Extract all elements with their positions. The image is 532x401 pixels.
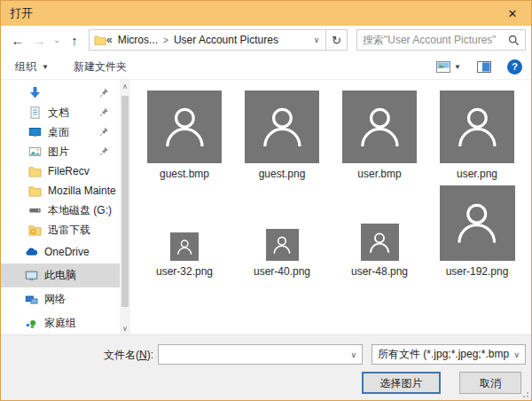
filename-label-pre: 文件名( bbox=[104, 349, 139, 361]
sidebar-item-label: 本地磁盘 (G:) bbox=[48, 203, 112, 218]
search-box[interactable]: 搜索"User Account Pictures" bbox=[356, 29, 526, 51]
breadcrumb-overflow[interactable]: « bbox=[106, 34, 113, 46]
change-view-button[interactable]: ▼ bbox=[436, 61, 461, 73]
onedrive-icon bbox=[25, 246, 38, 258]
help-button[interactable]: ? bbox=[507, 59, 522, 75]
folder-icon bbox=[94, 35, 106, 45]
sidebar-item-this-pc[interactable]: 此电脑 bbox=[1, 263, 120, 287]
file-name: user.bmp bbox=[357, 168, 401, 180]
sidebar-item-label: Mozilla Mainte bbox=[48, 185, 116, 197]
user-silhouette-icon bbox=[354, 98, 406, 155]
resize-grip[interactable] bbox=[521, 390, 528, 397]
cancel-button[interactable]: 取消 bbox=[459, 372, 521, 394]
folder-icon bbox=[28, 185, 42, 197]
back-button[interactable]: ← bbox=[8, 33, 27, 48]
network-icon bbox=[25, 294, 38, 306]
folder-icon bbox=[28, 165, 42, 177]
file-tile[interactable]: user.bmp bbox=[331, 90, 428, 180]
close-button[interactable]: ✕ bbox=[494, 1, 531, 26]
user-silhouette-icon bbox=[450, 193, 504, 252]
breadcrumb-current[interactable]: User Account Pictures bbox=[174, 34, 278, 46]
file-name: user-48.png bbox=[351, 265, 408, 278]
preview-pane-button[interactable] bbox=[477, 61, 491, 73]
file-tile[interactable]: user-40.png bbox=[233, 185, 331, 278]
forward-button[interactable]: → bbox=[29, 33, 49, 48]
file-tile[interactable]: guest.bmp bbox=[136, 90, 233, 180]
refresh-button[interactable]: ↻ bbox=[325, 30, 347, 50]
filename-dropdown-icon[interactable]: ∨ bbox=[350, 350, 356, 359]
disk-icon bbox=[28, 204, 42, 216]
thumbnail-view-icon bbox=[436, 61, 450, 73]
sidebar-item-filerecv[interactable]: FileRecv bbox=[1, 161, 120, 181]
back-icon: ← bbox=[12, 33, 25, 48]
pictures-icon bbox=[28, 145, 42, 158]
sidebar-item-desktop[interactable]: 桌面 bbox=[1, 122, 120, 142]
homegroup-icon bbox=[25, 318, 38, 330]
sidebar-item-downloads[interactable] bbox=[1, 83, 120, 103]
sidebar-item-onedrive[interactable]: OneDrive bbox=[1, 240, 120, 263]
file-row: guest.bmp guest.png user.bmp user.png bbox=[136, 90, 531, 180]
address-bar[interactable]: « Micros... > User Account Pictures ∨ ↻ bbox=[89, 29, 348, 51]
scroll-down-icon[interactable]: ∨ bbox=[120, 324, 130, 334]
sidebar-item-network[interactable]: 网络 bbox=[1, 287, 120, 311]
refresh-icon: ↻ bbox=[332, 34, 341, 47]
sidebar-item-label: 图片 bbox=[48, 145, 69, 160]
sidebar-item-homegroup[interactable]: 家庭组 bbox=[1, 311, 120, 335]
sidebar-item-label: 此电脑 bbox=[44, 268, 76, 283]
scroll-up-icon[interactable]: ∧ bbox=[120, 82, 130, 92]
select-picture-button[interactable]: 选择图片 bbox=[362, 372, 441, 394]
filename-label-accesskey: N bbox=[139, 349, 147, 361]
dialog-title: 打开 bbox=[10, 5, 494, 21]
navigation-pane: 文档 桌面 图片 FileRecv Mozilla Mainte bbox=[1, 80, 130, 336]
user-silhouette-icon bbox=[366, 228, 393, 257]
dialog-body: 文档 桌面 图片 FileRecv Mozilla Mainte bbox=[1, 79, 531, 336]
pin-icon bbox=[99, 146, 109, 156]
breadcrumb-parent[interactable]: Micros... bbox=[118, 34, 158, 46]
help-icon: ? bbox=[512, 61, 518, 72]
scrollbar-thumb[interactable] bbox=[121, 96, 129, 307]
sidebar-item-label: 桌面 bbox=[48, 125, 69, 140]
sidebar-item-documents[interactable]: 文档 bbox=[1, 103, 120, 122]
filename-input[interactable] bbox=[159, 345, 362, 364]
sidebar-item-local-disk-g[interactable]: 本地磁盘 (G:) bbox=[1, 200, 120, 220]
file-thumbnail bbox=[440, 90, 514, 163]
filename-label-post: ): bbox=[147, 349, 153, 361]
documents-icon bbox=[28, 106, 42, 119]
address-dropdown-button[interactable]: ∨ bbox=[308, 35, 325, 44]
organize-caret-icon: ▼ bbox=[42, 63, 49, 71]
this-pc-icon bbox=[25, 270, 38, 282]
sidebar-item-mozilla[interactable]: Mozilla Mainte bbox=[1, 181, 120, 200]
file-thumbnail bbox=[170, 232, 199, 261]
sidebar-item-thunder-download[interactable]: 迅雷下载 bbox=[1, 220, 120, 240]
user-silhouette-icon bbox=[270, 232, 293, 257]
file-tile[interactable]: guest.png bbox=[233, 90, 331, 180]
title-bar: 打开 ✕ bbox=[1, 1, 531, 26]
filetype-dropdown-icon: ∨ bbox=[513, 350, 520, 359]
sidebar-item-pictures[interactable]: 图片 bbox=[1, 142, 120, 161]
new-folder-button[interactable]: 新建文件夹 bbox=[74, 59, 127, 75]
downloads-icon bbox=[28, 87, 42, 99]
dialog-footer: 文件名(N): ∨ 所有文件 (*.jpg;*.jpeg;*.bmp;*. ∨ … bbox=[1, 334, 531, 400]
desktop-icon bbox=[28, 126, 42, 138]
sidebar-scrollbar[interactable]: ∧ ∨ bbox=[120, 80, 130, 336]
file-tile[interactable]: user-32.png bbox=[136, 185, 233, 278]
organize-button[interactable]: 组织 bbox=[15, 59, 36, 75]
pin-icon bbox=[99, 107, 109, 117]
command-toolbar: 组织 ▼ 新建文件夹 ▼ ? bbox=[1, 54, 531, 79]
file-tile[interactable]: user.png bbox=[428, 90, 526, 180]
filetype-select[interactable]: 所有文件 (*.jpg;*.jpeg;*.bmp;*. ∨ bbox=[372, 344, 526, 365]
file-tile[interactable]: user-48.png bbox=[331, 185, 428, 278]
file-name: guest.bmp bbox=[160, 168, 209, 180]
file-tile[interactable]: user-192.png bbox=[428, 185, 526, 278]
user-silhouette-icon bbox=[175, 236, 194, 258]
up-button[interactable]: ↑ bbox=[65, 33, 84, 48]
recent-locations-button[interactable]: ⌄ bbox=[51, 35, 63, 44]
file-thumbnail bbox=[361, 224, 399, 261]
file-row: user-32.png user-40.png user-48.png user… bbox=[136, 185, 531, 278]
close-icon: ✕ bbox=[508, 7, 518, 20]
sidebar-item-label: OneDrive bbox=[44, 246, 90, 258]
pin-icon bbox=[99, 127, 109, 137]
file-thumbnail bbox=[266, 229, 299, 261]
file-name: user-40.png bbox=[254, 265, 310, 278]
search-placeholder: 搜索"User Account Pictures" bbox=[363, 33, 508, 48]
